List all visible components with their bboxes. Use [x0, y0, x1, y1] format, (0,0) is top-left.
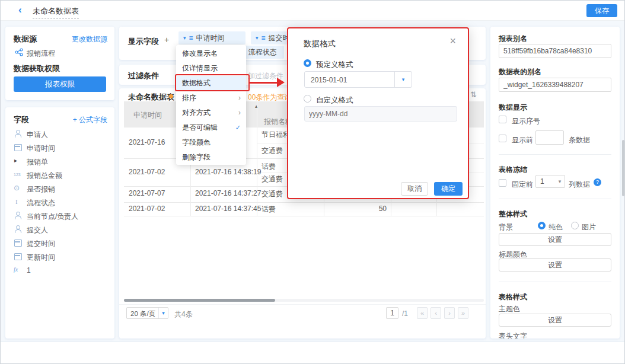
predefined-format-select[interactable]: 2015-01-01 ▾ — [304, 71, 412, 88]
menu-item-sort[interactable]: 排序› — [176, 91, 246, 106]
freeze-suffix-label: 列数据 — [569, 180, 590, 190]
title-color-set-button[interactable]: 设置 — [499, 258, 611, 272]
show-index-checkbox[interactable] — [499, 116, 506, 123]
filter-title: 过滤条件 — [128, 71, 159, 81]
table-cell: 2021-07-16 — [129, 138, 165, 146]
pagination-divider — [119, 304, 486, 305]
column-header-apply-time[interactable]: 申请时间 — [133, 110, 162, 120]
freeze-checkbox[interactable] — [499, 179, 506, 187]
back-icon[interactable]: ‹ — [18, 4, 22, 16]
report-alias-input[interactable] — [499, 44, 611, 58]
person-icon — [14, 225, 22, 233]
add-formula-field-link[interactable]: + 公式字段 — [73, 115, 107, 125]
help-icon[interactable]: ? — [594, 178, 601, 186]
widget-alias-input[interactable] — [499, 78, 611, 92]
data-display-title: 数据显示 — [499, 103, 527, 113]
field-label: 更新时间 — [27, 253, 55, 263]
theme-color-set-button[interactable]: 设置 — [499, 314, 611, 327]
table-cell: 2021-07-07 — [129, 189, 165, 197]
close-icon[interactable]: × — [449, 35, 456, 47]
display-chip-apply-time[interactable]: ▾ ≡ 申请时间 — [178, 31, 245, 44]
datasource-item[interactable]: 报销流程 — [27, 49, 55, 59]
change-datasource-link[interactable]: 更改数据源 — [72, 34, 107, 44]
solid-color-radio[interactable] — [538, 222, 546, 229]
confirm-button[interactable]: 确定 — [434, 182, 463, 196]
prev-page-button[interactable]: ‹ — [431, 307, 441, 319]
first-page-button[interactable]: « — [417, 307, 428, 319]
page-size-value: 20 条/页 — [130, 309, 155, 318]
row-divider — [124, 202, 484, 203]
page-size-select[interactable]: 20 条/页 ▾ — [126, 307, 168, 319]
annotation-arrowhead — [277, 78, 285, 87]
menu-item-align[interactable]: 对齐方式› — [176, 106, 246, 120]
solid-color-label: 纯色 — [549, 222, 563, 232]
freeze-count-select[interactable]: 1 ▾ — [535, 175, 565, 188]
chevron-down-icon[interactable]: ▾ — [256, 36, 259, 41]
show-first-count-field[interactable] — [535, 130, 564, 145]
text-icon: I — [15, 198, 18, 205]
custom-format-radio[interactable] — [304, 95, 311, 103]
page-title[interactable]: 未命名数据表 — [33, 6, 79, 19]
drag-handle-icon[interactable]: ≡ — [262, 34, 266, 41]
chevron-down-icon: ▾ — [559, 178, 562, 184]
sort-icon[interactable]: ⇅ — [470, 90, 477, 99]
vscrollbar-thumb[interactable] — [622, 140, 624, 196]
field-label: 流程状态 — [27, 198, 55, 208]
show-first-count-input[interactable] — [535, 130, 564, 145]
chevron-down-icon: ▾ — [402, 77, 405, 82]
menu-item-rename[interactable]: 修改显示名 — [176, 46, 246, 61]
circle-dot-icon: ⊙ — [14, 184, 20, 192]
drag-handle-icon[interactable]: ≡ — [189, 34, 193, 41]
predefined-format-radio[interactable] — [304, 59, 311, 67]
datasource-panel: 数据源 更改数据源 报销流程 数据获取权限 报表权限 — [5, 27, 114, 100]
show-index-label: 显示序号 — [512, 116, 540, 126]
chip-label: 申请时间 — [196, 33, 225, 43]
background-set-button[interactable]: 设置 — [499, 233, 611, 246]
show-first-checkbox[interactable] — [499, 135, 506, 142]
annotation-arrow-line — [250, 82, 278, 84]
field-label: 当前节点/负责人 — [27, 212, 78, 222]
submenu-arrow-icon: › — [238, 106, 241, 120]
predefined-format-label: 预定义格式 — [316, 60, 353, 70]
calendar-icon — [14, 253, 22, 260]
report-permission-button[interactable]: 报表权限 — [14, 76, 106, 92]
show-first-label: 显示前 — [512, 135, 533, 145]
datasource-title: 数据源 — [14, 34, 37, 44]
widget-alias-field[interactable] — [499, 78, 611, 92]
fx-icon: fx — [14, 266, 18, 273]
page-number-input[interactable]: 1 — [386, 307, 398, 319]
menu-item-field-color[interactable]: 字段颜色 — [176, 135, 246, 150]
freeze-count-caret[interactable]: ▾ — [555, 175, 565, 187]
field-label: 1 — [27, 266, 31, 274]
save-button[interactable]: 保存 — [586, 4, 617, 17]
custom-format-field[interactable] — [304, 106, 457, 122]
field-label: 是否报销 — [27, 184, 55, 194]
settings-panel: 报表别名 数据表的别名 数据显示 显示序号 显示前 条数据 表格冻结 固定前 1… — [490, 27, 620, 339]
background-label: 背景 — [499, 222, 513, 232]
triangle-icon[interactable]: ▸ — [14, 157, 17, 164]
fields-title: 字段 — [14, 114, 29, 125]
section-divider — [499, 199, 611, 199]
show-first-unit: 条数据 — [569, 135, 590, 145]
image-radio[interactable] — [571, 222, 579, 229]
chevron-down-icon[interactable]: ▾ — [183, 36, 186, 41]
header-separator — [257, 101, 257, 127]
menu-item-label: 对齐方式 — [182, 108, 211, 117]
last-page-button[interactable]: » — [458, 307, 468, 319]
report-alias-field[interactable] — [499, 44, 611, 58]
menu-item-delete-field[interactable]: 删除字段 — [176, 150, 246, 165]
image-label: 图片 — [582, 222, 596, 232]
add-display-field-button[interactable]: + — [164, 35, 169, 44]
table-cell: 话费 — [262, 205, 276, 215]
page-size-caret[interactable]: ▾ — [158, 308, 168, 318]
cancel-button[interactable]: 取消 — [401, 182, 428, 196]
menu-item-editable[interactable]: 是否可编辑✓ — [176, 120, 246, 135]
modal-title: 数据格式 — [304, 39, 336, 49]
custom-format-input[interactable] — [304, 106, 457, 122]
hscrollbar-thumb[interactable] — [124, 299, 275, 302]
topbar: ‹ 未命名数据表 保存 — [1, 1, 624, 21]
calendar-icon — [14, 239, 22, 247]
next-page-button[interactable]: › — [444, 307, 455, 319]
app-window: ‹ 未命名数据表 保存 数据源 更改数据源 报销流程 数据获取权限 报表权限 字… — [0, 0, 625, 364]
predefined-format-caret[interactable]: ▾ — [394, 72, 412, 87]
